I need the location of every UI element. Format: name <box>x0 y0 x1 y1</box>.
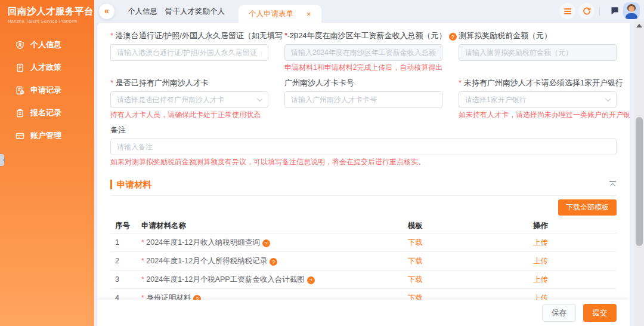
download-link[interactable]: 下载 <box>408 275 423 284</box>
help-icon[interactable] <box>270 258 277 266</box>
section-divider <box>110 195 617 196</box>
upload-link[interactable]: 上传 <box>533 238 548 247</box>
field-label: 未持有广州南沙人才卡请必须选择1家开户银行 <box>459 78 617 88</box>
refresh-button[interactable] <box>578 3 595 19</box>
submit-button[interactable]: 提交 <box>583 304 617 322</box>
panel-collapse-handle[interactable] <box>0 154 4 166</box>
menu-toggle-button[interactable] <box>559 3 575 19</box>
app-title: 回南沙人才服务平台 <box>8 5 94 18</box>
field-hint: 申请材料1和申请材料2完成上传后，自动核算得出 <box>284 63 442 72</box>
field-label: 港澳台通行证/护照/外国人永久居留证（如无填写 “-”） <box>110 31 268 41</box>
sidebar-item-personal-info[interactable]: 个人信息 <box>0 33 94 56</box>
field-label: 是否已持有广州南沙人才卡 <box>110 78 268 88</box>
upload-link[interactable]: 上传 <box>533 275 548 284</box>
talent-card-number-input[interactable] <box>284 91 442 108</box>
sidebar-item-application-records[interactable]: 申请记录 <box>0 79 94 102</box>
column-header-template: 模板 <box>408 221 533 231</box>
back-button[interactable] <box>99 4 114 19</box>
field-label: 广州南沙人才卡卡号 <box>284 78 442 88</box>
save-button[interactable]: 保存 <box>542 304 576 322</box>
tab-backbone-talent-reward[interactable]: 骨干人才奖励个人 <box>165 0 247 23</box>
chevron-down-icon <box>605 96 611 102</box>
avatar-face <box>628 6 634 12</box>
avatar-body <box>626 13 637 19</box>
scroll-up-arrow-icon[interactable] <box>636 24 642 27</box>
material-name: 2024年度1-12月收入纳税明细查询 <box>141 238 260 247</box>
materials-table: 序号 申请材料名称 模板 操作 1 2024年度1-12月收入纳税明细查询 下载… <box>110 219 617 307</box>
remarks-input[interactable] <box>110 139 617 155</box>
field-remarks: 备注 如果对测算拟奖励税前金额测算额度有异议，可以填写备注信息说明，将会在提交后… <box>110 125 617 167</box>
app-subtitle: Nansha Talent Service Platform <box>8 19 94 24</box>
field-talent-card-number: 广州南沙人才卡卡号 <box>284 78 442 119</box>
field-label: 2024年度在南沙区年工资薪金收入总额（元） <box>284 31 447 40</box>
download-all-templates-button[interactable]: 下载全部模板 <box>558 199 617 216</box>
estimated-pretax-reward-input[interactable] <box>459 44 617 61</box>
select-placeholder: 请选择1家开户银行 <box>465 95 527 105</box>
topbar-divider <box>599 7 600 16</box>
select-placeholder: 请选择是否已持有广州南沙人才卡 <box>117 95 224 105</box>
materials-section-header: 申请材料 <box>110 180 617 189</box>
sidebar-item-label: 账户管理 <box>30 130 61 141</box>
download-link[interactable]: 下载 <box>408 257 423 265</box>
sidebar-item-label: 报名记录 <box>30 107 61 118</box>
sidebar-item-talent-policy[interactable]: 人才政策 <box>0 56 94 79</box>
field-has-talent-card: 是否已持有广州南沙人才卡 请选择是否已持有广州南沙人才卡 持有人才卡人员，请确保… <box>110 78 268 119</box>
table-row: 1 2024年度1-12月收入纳税明细查询 下载 上传 <box>110 233 617 252</box>
has-talent-card-select[interactable]: 请选择是否已持有广州南沙人才卡 <box>110 91 268 108</box>
form-footer: 保存 提交 <box>97 300 630 326</box>
sidebar-item-label: 个人信息 <box>30 39 61 50</box>
message-button[interactable] <box>610 6 620 17</box>
upload-link[interactable]: 上传 <box>533 257 548 265</box>
field-label: 测算拟奖励税前金额（元） <box>459 31 617 41</box>
opening-bank-select[interactable]: 请选择1家开户银行 <box>459 91 617 108</box>
account-card-icon <box>16 131 24 140</box>
table-row: 3 2024年度1-12月个税APP工资薪金收入合计截图 下载 上传 <box>110 270 617 289</box>
sidebar-item-label: 申请记录 <box>30 85 61 96</box>
annual-salary-income-input[interactable] <box>284 44 442 61</box>
fold-up-icon[interactable] <box>608 181 617 188</box>
person-badge-icon <box>16 41 24 50</box>
app-logo: 回南沙人才服务平台 Nansha Talent Service Platform <box>0 0 94 24</box>
column-header-name: 申请材料名称 <box>141 221 408 231</box>
content-card: 港澳台通行证/护照/外国人永久居留证（如无填写 “-”） 2024年度在南沙区年… <box>97 23 630 326</box>
download-link[interactable]: 下载 <box>408 238 423 247</box>
field-hint: 如未持有人才卡，请选择尚未办理过一类账户的开户银行 <box>459 110 617 119</box>
column-header-no: 序号 <box>110 221 141 231</box>
refresh-icon <box>583 7 591 16</box>
application-record-icon <box>16 86 24 95</box>
help-icon[interactable] <box>449 33 457 41</box>
logo-mark: 回 <box>8 6 17 16</box>
sidebar-menu: 个人信息 人才政策 申请记录 报名记录 账户管理 <box>0 33 94 147</box>
chevron-down-icon <box>257 96 262 102</box>
field-annual-salary-income: 2024年度在南沙区年工资薪金收入总额（元） 申请材料1和申请材料2完成上传后，… <box>284 31 442 72</box>
scrollbar-thumb[interactable] <box>636 117 643 246</box>
sidebar-item-registration-records[interactable]: 报名记录 <box>0 102 94 124</box>
sidebar-item-account-management[interactable]: 账户管理 <box>0 124 94 147</box>
tab-label: 骨干人才奖励个人 <box>165 7 225 17</box>
travel-permit-input[interactable] <box>110 44 268 61</box>
message-bubble-icon <box>610 6 620 16</box>
row-number: 1 <box>110 238 141 247</box>
application-form: 港澳台通行证/护照/外国人永久居留证（如无填写 “-”） 2024年度在南沙区年… <box>110 31 617 167</box>
field-hint: 持有人才卡人员，请确保此卡处于正常使用状态 <box>110 110 268 119</box>
table-row: 2 2024年度1-12月个人所得税纳税记录 下载 上传 <box>110 252 617 270</box>
field-travel-permit: 港澳台通行证/护照/外国人永久居留证（如无填写 “-”） <box>110 31 268 72</box>
tab-personal-application-form[interactable]: 个人申请表单 <box>239 5 321 23</box>
vertical-scrollbar[interactable] <box>634 21 644 326</box>
tab-label: 个人申请表单 <box>249 9 293 19</box>
tab-personal-info[interactable]: 个人信息 <box>128 0 157 23</box>
help-icon[interactable] <box>262 239 270 247</box>
help-icon[interactable] <box>307 276 315 284</box>
field-hint: 如果对测算拟奖励税前金额测算额度有异议，可以填写备注信息说明，将会在提交后进行重… <box>110 158 617 167</box>
row-number: 2 <box>110 257 141 265</box>
materials-section-title: 申请材料 <box>110 180 151 189</box>
policy-document-icon <box>16 63 24 72</box>
tab-close-icon[interactable] <box>306 10 311 18</box>
material-name: 2024年度1-12月个人所得税纳税记录 <box>141 257 267 265</box>
topbar: 个人信息 骨干人才奖励个人 个人申请表单 <box>94 0 644 23</box>
registration-record-icon <box>16 109 24 118</box>
user-avatar[interactable] <box>623 2 640 19</box>
field-label: 备注 <box>110 125 617 135</box>
tab-label: 个人信息 <box>128 7 157 17</box>
sidebar-item-label: 人才政策 <box>30 62 61 73</box>
